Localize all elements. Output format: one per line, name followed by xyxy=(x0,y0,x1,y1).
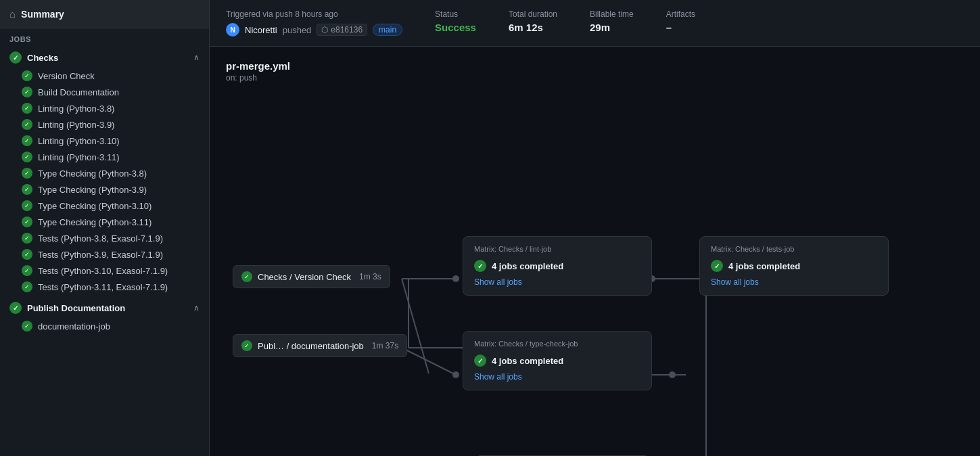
flow-header: pr-merge.yml on: push xyxy=(210,47,980,91)
pub-doc-node[interactable]: ✓ Publ… / documentation-job 1m 37s xyxy=(233,334,407,357)
sidebar-item-label: Linting (Python-3.10) xyxy=(38,136,120,146)
item-check-icon: ✓ xyxy=(22,168,32,179)
trigger-details: N Nicoretti pushed ⬡ e816136 main xyxy=(226,23,402,37)
item-check-icon: ✓ xyxy=(22,184,32,195)
item-check-icon: ✓ xyxy=(22,265,32,276)
sidebar-item-label: Version Check xyxy=(38,71,95,81)
item-check-icon: ✓ xyxy=(22,135,32,146)
billable-stat: Billable time 29m xyxy=(590,9,634,33)
commit-hash[interactable]: ⬡ e816136 xyxy=(317,24,367,36)
sidebar-item-type-checking-311[interactable]: ✓ Type Checking (Python-3.11) xyxy=(0,214,209,230)
item-check-icon: ✓ xyxy=(22,216,32,227)
svg-point-12 xyxy=(452,371,459,378)
node-status-icon: ✓ xyxy=(241,271,252,282)
sidebar-item-linting-38[interactable]: ✓ Linting (Python-3.8) xyxy=(0,100,209,116)
item-check-icon: ✓ xyxy=(22,152,32,162)
sidebar: ⌂ Summary Jobs ✓ Checks ∧ ✓ Version Chec… xyxy=(0,0,210,456)
sidebar-item-documentation-job[interactable]: ✓ documentation-job xyxy=(0,318,209,334)
tests-job-show-all[interactable]: Show all jobs xyxy=(711,277,877,287)
summary-label: Summary xyxy=(21,9,64,20)
version-check-node[interactable]: ✓ Checks / Version Check 1m 3s xyxy=(233,265,390,288)
sidebar-item-label: Tests (Python-3.8, Exasol-7.1.9) xyxy=(38,233,163,244)
status-label: Status xyxy=(435,9,476,19)
sidebar-item-tests-310[interactable]: ✓ Tests (Python-3.10, Exasol-7.1.9) xyxy=(0,263,209,279)
sidebar-item-version-check[interactable]: ✓ Version Check xyxy=(0,68,209,84)
sidebar-item-label: documentation-job xyxy=(38,321,110,332)
item-check-icon: ✓ xyxy=(22,249,32,260)
svg-point-13 xyxy=(669,371,676,378)
trigger-info: Triggered via push 8 hours ago N Nicoret… xyxy=(226,9,402,37)
artifacts-label: Artifacts xyxy=(666,9,695,19)
type-check-job-card: Matrix: Checks / type-check-job ✓ 4 jobs… xyxy=(463,331,652,390)
sidebar-item-label: Type Checking (Python-3.10) xyxy=(38,201,151,211)
checks-chevron-icon: ∧ xyxy=(193,53,200,62)
publish-doc-chevron-icon: ∧ xyxy=(193,303,200,313)
sidebar-item-linting-310[interactable]: ✓ Linting (Python-3.10) xyxy=(0,133,209,149)
sidebar-item-type-checking-310[interactable]: ✓ Type Checking (Python-3.10) xyxy=(0,198,209,214)
item-check-icon: ✓ xyxy=(22,70,32,81)
jobs-section-label: Jobs xyxy=(0,28,209,47)
lint-job-check-icon: ✓ xyxy=(474,260,486,272)
sidebar-item-tests-311[interactable]: ✓ Tests (Python-3.11, Exasol-7.1.9) xyxy=(0,279,209,295)
tests-job-card: Matrix: Checks / tests-job ✓ 4 jobs comp… xyxy=(699,236,889,296)
billable-value: 29m xyxy=(590,22,634,33)
duration-label: Total duration xyxy=(509,9,557,19)
checks-group: ✓ Checks ∧ ✓ Version Check ✓ Build Docum… xyxy=(0,47,209,295)
checks-status-icon: ✓ xyxy=(9,51,22,64)
topbar: Triggered via push 8 hours ago N Nicoret… xyxy=(210,0,980,47)
sidebar-item-label: Linting (Python-3.11) xyxy=(38,152,120,162)
sidebar-item-build-documentation[interactable]: ✓ Build Documentation xyxy=(0,84,209,100)
lint-job-count: ✓ 4 jobs completed xyxy=(474,260,640,272)
sidebar-item-label: Build Documentation xyxy=(38,87,119,97)
publish-documentation-group: ✓ Publish Documentation ∧ ✓ documentatio… xyxy=(0,298,209,334)
sidebar-item-tests-39[interactable]: ✓ Tests (Python-3.9, Exasol-7.1.9) xyxy=(0,246,209,263)
duration-value: 6m 12s xyxy=(509,22,557,33)
item-check-icon: ✓ xyxy=(22,200,32,211)
item-check-icon: ✓ xyxy=(22,233,32,244)
publish-doc-status-icon: ✓ xyxy=(9,302,22,314)
node-label: Checks / Version Check xyxy=(258,272,351,282)
svg-line-3 xyxy=(402,348,456,375)
sidebar-item-tests-38[interactable]: ✓ Tests (Python-3.8, Exasol-7.1.9) xyxy=(0,230,209,246)
item-check-icon: ✓ xyxy=(22,87,32,97)
flow-title: pr-merge.yml xyxy=(226,60,964,72)
commit-icon: ⬡ xyxy=(321,25,328,35)
sidebar-item-linting-39[interactable]: ✓ Linting (Python-3.9) xyxy=(0,116,209,133)
sidebar-item-label: Tests (Python-3.11, Exasol-7.1.9) xyxy=(38,282,168,292)
main-content: Triggered via push 8 hours ago N Nicoret… xyxy=(210,0,980,456)
item-check-icon: ✓ xyxy=(22,321,32,332)
sidebar-item-label: Type Checking (Python-3.9) xyxy=(38,185,147,195)
sidebar-item-type-checking-39[interactable]: ✓ Type Checking (Python-3.9) xyxy=(0,181,209,198)
user-name: Nicoretti xyxy=(245,25,277,35)
flow-area: pr-merge.yml on: push xyxy=(210,47,980,456)
tests-job-card-title: Matrix: Checks / tests-job xyxy=(711,245,877,253)
sidebar-item-linting-311[interactable]: ✓ Linting (Python-3.11) xyxy=(0,149,209,165)
svg-point-9 xyxy=(452,275,459,282)
trigger-label: Triggered via push 8 hours ago xyxy=(226,9,402,19)
tests-job-count: ✓ 4 jobs completed xyxy=(711,260,877,272)
publish-doc-group-label: Publish Documentation xyxy=(27,303,125,313)
home-icon: ⌂ xyxy=(9,8,16,20)
publish-documentation-group-header[interactable]: ✓ Publish Documentation ∧ xyxy=(0,298,209,318)
lint-job-card-title: Matrix: Checks / lint-job xyxy=(474,245,640,253)
commit-value: e816136 xyxy=(331,25,363,35)
lint-job-show-all[interactable]: Show all jobs xyxy=(474,277,640,287)
item-check-icon: ✓ xyxy=(22,103,32,114)
type-check-check-icon: ✓ xyxy=(474,355,486,367)
artifacts-stat: Artifacts – xyxy=(666,9,695,33)
node-time: 1m 37s xyxy=(372,341,398,350)
pushed-label: pushed xyxy=(283,25,312,35)
type-check-job-count: ✓ 4 jobs completed xyxy=(474,355,640,367)
sidebar-item-type-checking-38[interactable]: ✓ Type Checking (Python-3.8) xyxy=(0,165,209,181)
branch-badge[interactable]: main xyxy=(373,24,402,36)
type-check-show-all[interactable]: Show all jobs xyxy=(474,372,640,382)
item-check-icon: ✓ xyxy=(22,281,32,292)
node-status-icon: ✓ xyxy=(241,340,252,351)
node-time: 1m 3s xyxy=(359,272,381,281)
lint-job-count-label: 4 jobs completed xyxy=(492,261,563,271)
flow-canvas: ✓ Checks / Version Check 1m 3s ✓ Publ… /… xyxy=(226,91,970,456)
summary-nav-item[interactable]: ⌂ Summary xyxy=(0,0,209,28)
checks-group-header[interactable]: ✓ Checks ∧ xyxy=(0,47,209,68)
node-label: Publ… / documentation-job xyxy=(258,341,364,351)
tests-job-count-label: 4 jobs completed xyxy=(728,261,800,271)
